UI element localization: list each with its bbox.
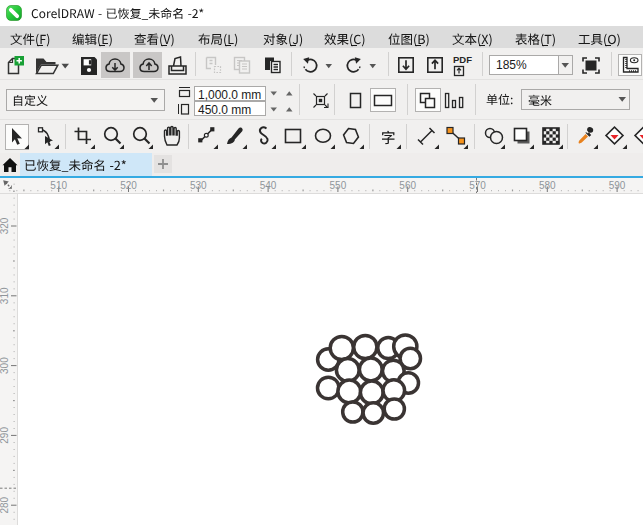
svg-text:290: 290 — [0, 427, 10, 444]
svg-text:580: 580 — [539, 180, 556, 191]
svg-text:320: 320 — [0, 217, 10, 234]
svg-text:560: 560 — [399, 180, 416, 191]
svg-text:520: 520 — [120, 180, 137, 191]
svg-text:300: 300 — [0, 357, 10, 374]
svg-text:550: 550 — [330, 180, 347, 191]
svg-text:540: 540 — [260, 180, 277, 191]
svg-text:530: 530 — [190, 180, 207, 191]
svg-text:590: 590 — [609, 180, 626, 191]
svg-text:280: 280 — [0, 496, 10, 513]
svg-text:310: 310 — [0, 287, 10, 304]
svg-text:PDF: PDF — [453, 54, 472, 65]
svg-text:510: 510 — [50, 180, 67, 191]
svg-text:570: 570 — [469, 180, 486, 191]
